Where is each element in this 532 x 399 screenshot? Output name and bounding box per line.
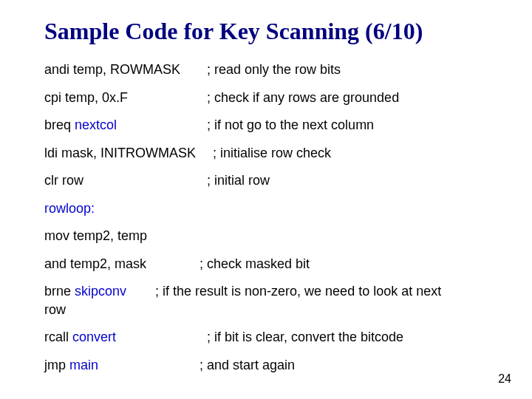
label-ref: main (69, 358, 98, 372)
code-text: rcall convert (44, 329, 207, 346)
code-comment: ; check masked bit (200, 256, 310, 273)
code-line: rowloop: (44, 200, 495, 217)
code-line: cpi temp, 0x.F ; check if any rows are g… (44, 89, 495, 106)
label-def: rowloop: (44, 200, 95, 217)
code-comment: ; and start again (200, 357, 295, 374)
code-comment: ; if bit is clear, convert the bitcode (207, 329, 403, 346)
instr: rcall (44, 330, 72, 344)
page-number: 24 (498, 372, 511, 386)
code-line: brne skipconv ; if the result is non-zer… (44, 283, 495, 318)
code-comment: ; read only the row bits (207, 61, 341, 78)
code-line: clr row ; initial row (44, 172, 495, 189)
code-text: cpi temp, 0x.F (44, 89, 207, 106)
code-comment: ; initialise row check (213, 145, 331, 162)
code-text: andi temp, ROWMASK (44, 61, 207, 78)
instr: breq (44, 117, 75, 132)
code-text-cont: row (44, 301, 495, 318)
label-ref: convert (72, 330, 116, 344)
slide: Sample Code for Key Scanning (6/10) andi… (0, 0, 532, 399)
code-line: breq nextcol ; if not go to the next col… (44, 117, 495, 134)
label-ref: skipconv (75, 284, 126, 299)
code-text: clr row (44, 172, 207, 189)
code-comment: ; check if any rows are grounded (207, 89, 399, 106)
code-text: brne skipconv (44, 283, 155, 300)
code-line: ldi mask, INITROWMASK ; initialise row c… (44, 145, 495, 162)
code-text: and temp2, mask (44, 256, 200, 273)
code-line: rcall convert ; if bit is clear, convert… (44, 329, 495, 346)
code-comment: ; initial row (207, 172, 270, 189)
code-comment: ; if the result is non-zero, we need to … (155, 283, 441, 300)
code-line: mov temp2, temp (44, 228, 495, 245)
instr: brne (44, 284, 75, 299)
label-ref: nextcol (75, 117, 117, 132)
instr: jmp (44, 358, 69, 372)
code-line: and temp2, mask ; check masked bit (44, 256, 495, 273)
code-line: andi temp, ROWMASK ; read only the row b… (44, 61, 495, 78)
code-text: mov temp2, temp (44, 228, 147, 245)
code-text: breq nextcol (44, 117, 207, 134)
slide-title: Sample Code for Key Scanning (6/10) (44, 18, 495, 45)
code-text: jmp main (44, 357, 200, 374)
code-text: ldi mask, INITROWMASK (44, 145, 213, 162)
code-comment: ; if not go to the next column (207, 117, 374, 134)
code-line: jmp main ; and start again (44, 357, 495, 374)
